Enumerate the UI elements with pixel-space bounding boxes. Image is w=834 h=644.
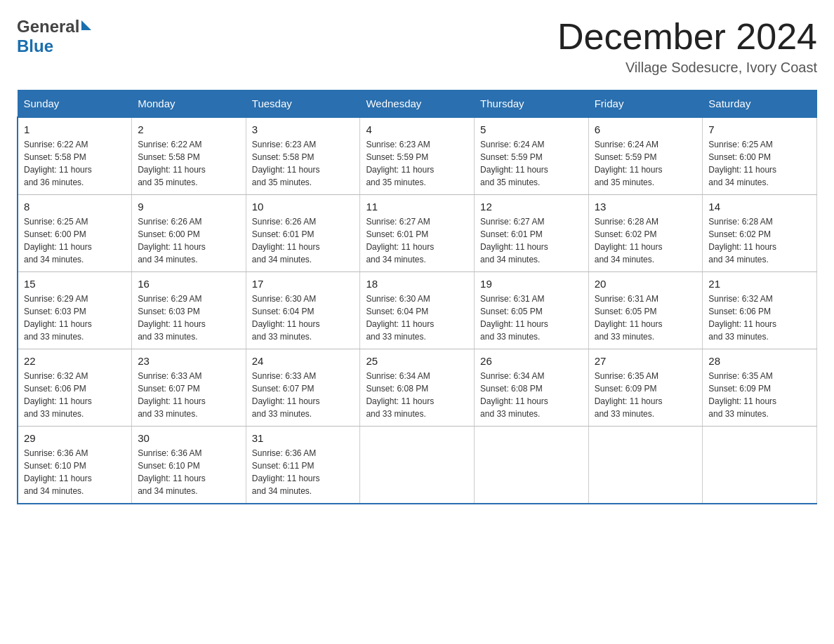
day-number: 6 <box>595 123 697 135</box>
day-info: Sunrise: 6:29 AMSunset: 6:03 PMDaylight:… <box>24 294 92 342</box>
calendar-cell: 1 Sunrise: 6:22 AMSunset: 5:58 PMDayligh… <box>18 117 132 195</box>
calendar-cell: 26 Sunrise: 6:34 AMSunset: 6:08 PMDaylig… <box>475 349 589 427</box>
header-wednesday: Wednesday <box>360 90 475 118</box>
calendar-cell: 20 Sunrise: 6:31 AMSunset: 6:05 PMDaylig… <box>588 272 703 349</box>
day-info: Sunrise: 6:25 AMSunset: 6:00 PMDaylight:… <box>708 140 776 187</box>
day-number: 1 <box>24 123 126 135</box>
calendar-cell: 25 Sunrise: 6:34 AMSunset: 6:08 PMDaylig… <box>360 349 475 427</box>
calendar-cell: 8 Sunrise: 6:25 AMSunset: 6:00 PMDayligh… <box>18 195 132 272</box>
day-number: 18 <box>366 278 468 290</box>
day-number: 3 <box>252 123 355 135</box>
calendar-week-row: 15 Sunrise: 6:29 AMSunset: 6:03 PMDaylig… <box>18 272 817 349</box>
day-number: 24 <box>252 355 355 367</box>
calendar-cell: 16 Sunrise: 6:29 AMSunset: 6:03 PMDaylig… <box>132 272 246 349</box>
day-info: Sunrise: 6:34 AMSunset: 6:08 PMDaylight:… <box>366 371 434 419</box>
day-info: Sunrise: 6:33 AMSunset: 6:07 PMDaylight:… <box>138 371 206 419</box>
day-info: Sunrise: 6:31 AMSunset: 6:05 PMDaylight:… <box>480 294 548 342</box>
logo-arrow-icon <box>81 20 91 30</box>
day-info: Sunrise: 6:24 AMSunset: 5:59 PMDaylight:… <box>595 140 663 187</box>
calendar-cell: 7 Sunrise: 6:25 AMSunset: 6:00 PMDayligh… <box>703 117 817 195</box>
calendar-cell: 6 Sunrise: 6:24 AMSunset: 5:59 PMDayligh… <box>588 117 703 195</box>
day-info: Sunrise: 6:30 AMSunset: 6:04 PMDaylight:… <box>252 294 320 342</box>
day-info: Sunrise: 6:32 AMSunset: 6:06 PMDaylight:… <box>708 294 776 342</box>
day-number: 21 <box>708 278 811 290</box>
day-number: 23 <box>138 355 240 367</box>
day-info: Sunrise: 6:27 AMSunset: 6:01 PMDaylight:… <box>480 217 548 264</box>
day-number: 27 <box>595 355 697 367</box>
calendar-cell: 3 Sunrise: 6:23 AMSunset: 5:58 PMDayligh… <box>246 117 360 195</box>
day-info: Sunrise: 6:26 AMSunset: 6:01 PMDaylight:… <box>252 217 320 264</box>
day-info: Sunrise: 6:36 AMSunset: 6:10 PMDaylight:… <box>138 448 206 496</box>
calendar-table: Sunday Monday Tuesday Wednesday Thursday… <box>17 90 817 504</box>
day-number: 25 <box>366 355 468 367</box>
day-number: 16 <box>138 278 240 290</box>
calendar-week-row: 22 Sunrise: 6:32 AMSunset: 6:06 PMDaylig… <box>18 349 817 427</box>
day-info: Sunrise: 6:23 AMSunset: 5:59 PMDaylight:… <box>366 140 434 187</box>
day-info: Sunrise: 6:27 AMSunset: 6:01 PMDaylight:… <box>366 217 434 264</box>
day-number: 10 <box>252 201 355 213</box>
calendar-cell: 12 Sunrise: 6:27 AMSunset: 6:01 PMDaylig… <box>475 195 589 272</box>
calendar-cell <box>475 427 589 504</box>
page-header: General Blue December 2024 Village Sodes… <box>17 17 817 76</box>
header-tuesday: Tuesday <box>246 90 360 118</box>
day-info: Sunrise: 6:31 AMSunset: 6:05 PMDaylight:… <box>595 294 663 342</box>
calendar-cell: 31 Sunrise: 6:36 AMSunset: 6:11 PMDaylig… <box>246 427 360 504</box>
day-number: 2 <box>138 123 240 135</box>
day-info: Sunrise: 6:35 AMSunset: 6:09 PMDaylight:… <box>595 371 663 419</box>
day-number: 26 <box>480 355 583 367</box>
day-number: 9 <box>138 201 240 213</box>
day-info: Sunrise: 6:28 AMSunset: 6:02 PMDaylight:… <box>708 217 776 264</box>
calendar-cell: 11 Sunrise: 6:27 AMSunset: 6:01 PMDaylig… <box>360 195 475 272</box>
calendar-cell: 28 Sunrise: 6:35 AMSunset: 6:09 PMDaylig… <box>703 349 817 427</box>
logo: General Blue <box>17 17 91 56</box>
calendar-cell: 5 Sunrise: 6:24 AMSunset: 5:59 PMDayligh… <box>475 117 589 195</box>
header-friday: Friday <box>588 90 703 118</box>
calendar-cell: 23 Sunrise: 6:33 AMSunset: 6:07 PMDaylig… <box>132 349 246 427</box>
day-info: Sunrise: 6:35 AMSunset: 6:09 PMDaylight:… <box>708 371 776 419</box>
day-number: 14 <box>708 201 811 213</box>
day-number: 5 <box>480 123 583 135</box>
day-info: Sunrise: 6:36 AMSunset: 6:11 PMDaylight:… <box>252 448 320 496</box>
calendar-cell: 15 Sunrise: 6:29 AMSunset: 6:03 PMDaylig… <box>18 272 132 349</box>
day-info: Sunrise: 6:22 AMSunset: 5:58 PMDaylight:… <box>24 140 92 187</box>
day-number: 7 <box>708 123 811 135</box>
day-number: 17 <box>252 278 355 290</box>
calendar-cell: 9 Sunrise: 6:26 AMSunset: 6:00 PMDayligh… <box>132 195 246 272</box>
calendar-cell: 27 Sunrise: 6:35 AMSunset: 6:09 PMDaylig… <box>588 349 703 427</box>
day-info: Sunrise: 6:23 AMSunset: 5:58 PMDaylight:… <box>252 140 320 187</box>
day-number: 13 <box>595 201 697 213</box>
month-title: December 2024 <box>557 17 817 57</box>
day-number: 28 <box>708 355 811 367</box>
calendar-cell: 17 Sunrise: 6:30 AMSunset: 6:04 PMDaylig… <box>246 272 360 349</box>
calendar-cell: 13 Sunrise: 6:28 AMSunset: 6:02 PMDaylig… <box>588 195 703 272</box>
calendar-cell: 4 Sunrise: 6:23 AMSunset: 5:59 PMDayligh… <box>360 117 475 195</box>
calendar-cell <box>703 427 817 504</box>
day-info: Sunrise: 6:33 AMSunset: 6:07 PMDaylight:… <box>252 371 320 419</box>
day-number: 30 <box>138 432 240 444</box>
day-number: 4 <box>366 123 468 135</box>
calendar-cell <box>360 427 475 504</box>
day-number: 8 <box>24 201 126 213</box>
calendar-cell <box>588 427 703 504</box>
day-number: 31 <box>252 432 355 444</box>
calendar-header-row: Sunday Monday Tuesday Wednesday Thursday… <box>18 90 817 118</box>
day-info: Sunrise: 6:26 AMSunset: 6:00 PMDaylight:… <box>138 217 206 264</box>
calendar-week-row: 1 Sunrise: 6:22 AMSunset: 5:58 PMDayligh… <box>18 117 817 195</box>
calendar-cell: 30 Sunrise: 6:36 AMSunset: 6:10 PMDaylig… <box>132 427 246 504</box>
header-monday: Monday <box>132 90 246 118</box>
day-info: Sunrise: 6:36 AMSunset: 6:10 PMDaylight:… <box>24 448 92 496</box>
day-number: 19 <box>480 278 583 290</box>
calendar-cell: 29 Sunrise: 6:36 AMSunset: 6:10 PMDaylig… <box>18 427 132 504</box>
day-info: Sunrise: 6:34 AMSunset: 6:08 PMDaylight:… <box>480 371 548 419</box>
calendar-cell: 22 Sunrise: 6:32 AMSunset: 6:06 PMDaylig… <box>18 349 132 427</box>
header-sunday: Sunday <box>18 90 132 118</box>
calendar-cell: 19 Sunrise: 6:31 AMSunset: 6:05 PMDaylig… <box>475 272 589 349</box>
calendar-cell: 2 Sunrise: 6:22 AMSunset: 5:58 PMDayligh… <box>132 117 246 195</box>
day-number: 29 <box>24 432 126 444</box>
logo-general-text: General <box>17 17 79 36</box>
day-info: Sunrise: 6:24 AMSunset: 5:59 PMDaylight:… <box>480 140 548 187</box>
header-saturday: Saturday <box>703 90 817 118</box>
day-info: Sunrise: 6:25 AMSunset: 6:00 PMDaylight:… <box>24 217 92 264</box>
day-number: 15 <box>24 278 126 290</box>
calendar-week-row: 8 Sunrise: 6:25 AMSunset: 6:00 PMDayligh… <box>18 195 817 272</box>
